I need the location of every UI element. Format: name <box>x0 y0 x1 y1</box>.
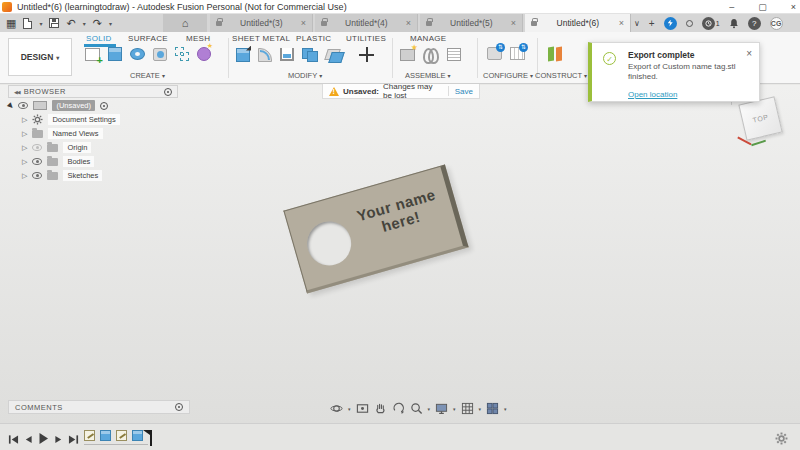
offset-face-icon[interactable] <box>326 48 341 61</box>
close-tab-icon[interactable]: × <box>406 18 411 28</box>
close-toast-icon[interactable]: × <box>746 48 752 59</box>
app-grid-icon[interactable]: ▦ <box>6 14 16 32</box>
root-document-label[interactable]: (Unsaved) <box>52 100 95 111</box>
visibility-eye-icon[interactable] <box>32 158 42 165</box>
visibility-eye-icon[interactable] <box>32 172 42 179</box>
shell-icon[interactable] <box>280 48 294 61</box>
group-modify[interactable]: MODIFY▾ <box>288 71 322 80</box>
close-tab-icon[interactable]: × <box>301 18 306 28</box>
extensions-icon[interactable] <box>686 20 693 27</box>
configuration-table-icon[interactable] <box>510 47 525 60</box>
timeline-sketch2-icon[interactable] <box>116 430 127 441</box>
notification-center-button[interactable]: 1 <box>702 17 720 30</box>
file-menu-icon[interactable] <box>23 18 32 29</box>
revolve-icon[interactable] <box>130 48 145 60</box>
save-icon[interactable] <box>49 18 59 28</box>
viewports-icon[interactable] <box>486 402 499 415</box>
undo-caret-icon[interactable]: ▾ <box>83 20 86 27</box>
display-caret-icon[interactable]: ▾ <box>453 406 456 412</box>
browser-item-sketches[interactable]: ▷ Sketches <box>8 169 188 182</box>
viewports-caret-icon[interactable]: ▾ <box>504 406 507 412</box>
move-copy-icon[interactable] <box>359 47 374 62</box>
pattern-icon[interactable] <box>175 47 189 61</box>
undo-icon[interactable]: ↶ <box>66 14 75 32</box>
help-icon[interactable]: ? <box>748 17 761 30</box>
zoom-icon[interactable] <box>410 402 423 415</box>
zoom-caret-icon[interactable]: ▾ <box>428 406 431 412</box>
construct-plane-icon[interactable] <box>547 47 563 62</box>
document-tab-6-active[interactable]: Untitled*(6) × <box>525 14 631 32</box>
comments-panel-header[interactable]: COMMENTS <box>8 400 190 414</box>
workspace-selector[interactable]: DESIGN ▾ <box>8 38 72 76</box>
play-button[interactable] <box>38 431 49 449</box>
orbit-icon[interactable] <box>330 402 343 415</box>
timeline-sketch1-icon[interactable] <box>84 430 95 441</box>
collapse-icon[interactable]: ▷ <box>22 130 27 138</box>
close-tab-icon[interactable]: × <box>511 18 516 28</box>
redo-icon[interactable]: ↷ <box>93 14 102 32</box>
collapse-icon[interactable]: ▷ <box>22 144 27 152</box>
bell-icon[interactable] <box>729 18 739 29</box>
viewcube-face-label[interactable]: TOP <box>752 113 769 123</box>
collapse-icon[interactable]: ▷ <box>22 158 27 166</box>
ribbon-tab-plastic[interactable]: PLASTIC <box>296 34 331 43</box>
sweep-icon[interactable] <box>153 48 167 61</box>
minimize-button[interactable]: – <box>729 0 734 14</box>
step-forward-button[interactable] <box>54 431 63 449</box>
browser-filter-icon[interactable] <box>164 88 172 96</box>
open-location-link[interactable]: Open location <box>628 90 677 99</box>
fillet-icon[interactable] <box>258 48 272 62</box>
skip-to-end-button[interactable] <box>68 431 79 449</box>
visibility-eye-icon[interactable] <box>32 144 42 151</box>
new-tab-button[interactable]: + <box>649 18 655 29</box>
ribbon-tab-solid[interactable]: SOLID <box>86 34 112 43</box>
ribbon-tab-sheetmetal[interactable]: SHEET METAL <box>232 34 290 43</box>
grid-settings-icon[interactable] <box>461 402 474 415</box>
orbit-caret-icon[interactable]: ▾ <box>348 406 351 412</box>
close-window-button[interactable]: × <box>791 0 796 14</box>
browser-panel-header[interactable]: ◀◀ BROWSER <box>8 85 178 98</box>
group-create[interactable]: CREATE▾ <box>130 71 165 80</box>
display-settings-icon[interactable] <box>435 402 448 415</box>
comments-options-icon[interactable] <box>175 403 183 411</box>
grid-caret-icon[interactable]: ▾ <box>479 406 482 412</box>
constrained-orbit-icon[interactable] <box>392 402 405 415</box>
skip-to-start-button[interactable] <box>8 431 19 449</box>
timeline-extrude2-icon[interactable] <box>132 430 143 441</box>
group-assemble[interactable]: ASSEMBLE▾ <box>405 71 450 80</box>
pan-icon[interactable] <box>374 402 387 415</box>
collapse-icon[interactable]: ▷ <box>22 116 27 124</box>
ribbon-tab-utilities[interactable]: UTILITIES <box>346 34 386 43</box>
redo-caret-icon[interactable]: ▾ <box>109 20 112 27</box>
expand-icon[interactable]: ▶ <box>6 101 15 110</box>
new-component-icon[interactable] <box>400 47 415 61</box>
browser-item-origin[interactable]: ▷ Origin <box>8 141 188 154</box>
tab-list-chevron-icon[interactable]: ∨ <box>634 19 640 28</box>
file-menu-caret-icon[interactable]: ▾ <box>39 20 42 27</box>
timeline-position-marker[interactable] <box>150 430 152 446</box>
joint-icon[interactable] <box>423 48 439 61</box>
avatar[interactable]: CG <box>770 17 783 30</box>
visibility-eye-icon[interactable] <box>18 102 28 109</box>
collapse-panel-icon[interactable]: ◀◀ <box>14 89 20 95</box>
job-status-icon[interactable] <box>664 17 677 30</box>
configure-icon[interactable] <box>487 47 502 60</box>
timeline-settings-gear-icon[interactable] <box>775 431 788 449</box>
timeline-extrude1-icon[interactable] <box>100 430 111 441</box>
collapse-icon[interactable]: ▷ <box>22 172 27 180</box>
save-button[interactable]: Save <box>455 87 473 96</box>
browser-item-bodies[interactable]: ▷ Bodies <box>8 155 188 168</box>
close-tab-icon[interactable]: × <box>619 18 624 28</box>
browser-table-icon[interactable] <box>447 48 461 61</box>
group-configure[interactable]: CONFIGURE▾ <box>483 71 533 80</box>
document-tab-4[interactable]: Untitled*(4) × <box>315 14 418 32</box>
create-sketch-icon[interactable] <box>85 48 100 61</box>
combine-icon[interactable] <box>302 48 318 62</box>
group-construct[interactable]: CONSTRUCT▾ <box>535 71 587 80</box>
create-form-icon[interactable] <box>197 47 211 61</box>
browser-item-document-settings[interactable]: ▷ Document Settings <box>8 113 188 126</box>
browser-root-row[interactable]: ▶ (Unsaved) <box>8 99 188 112</box>
browser-item-named-views[interactable]: ▷ Named Views <box>8 127 188 140</box>
look-at-icon[interactable] <box>356 402 369 415</box>
extrude-icon[interactable] <box>108 47 122 61</box>
